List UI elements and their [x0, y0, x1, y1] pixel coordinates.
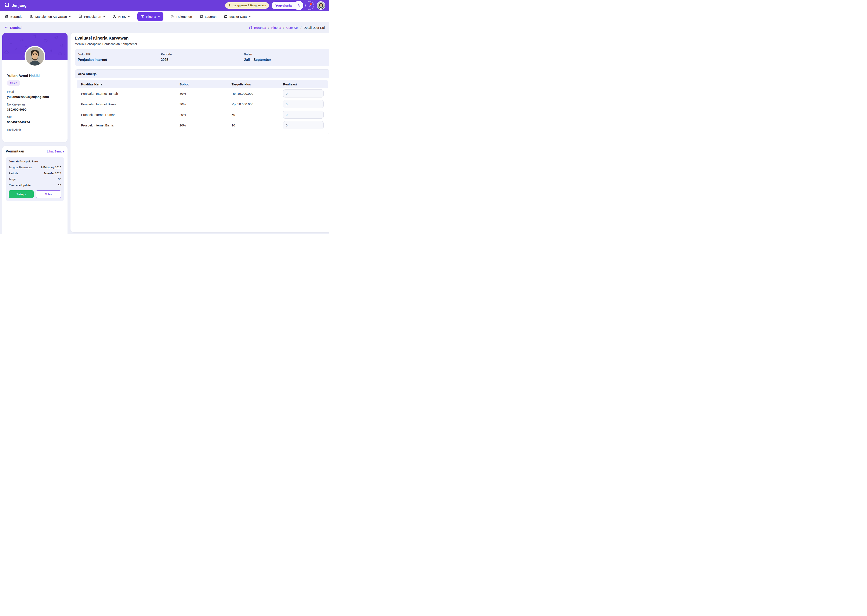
final-result-label: Hasil Akhir [7, 128, 63, 132]
folder-icon [224, 14, 228, 19]
requests-title: Permintaan [6, 149, 24, 153]
location-label: Yogyakarta [275, 4, 292, 7]
request-item: Jumlah Prospek Baru Tanggal Permintaan 9… [6, 157, 64, 201]
table-header: Kualitas Kerja Bobot Target/siklus Reali… [77, 80, 328, 88]
request-row: Periode Jan–Mar 2024 [9, 172, 61, 175]
category-icon [5, 14, 9, 19]
user-avatar[interactable] [317, 1, 325, 10]
realization-input[interactable] [283, 121, 324, 129]
table-row: Prospek Internet Bisnis 20% 10 [77, 120, 328, 130]
col-target: Target/siklus [232, 82, 283, 86]
person-search-icon [170, 14, 175, 19]
final-result-value: – [7, 133, 63, 137]
top-bar: Jenjang Langganan & Penggunaan Yogyakart… [0, 0, 329, 11]
breadcrumb-separator: / [301, 26, 301, 29]
notifications-button[interactable] [306, 1, 314, 10]
employee-no-value: 330.000.9090 [7, 108, 63, 111]
person-scan-icon [113, 14, 117, 19]
back-button[interactable]: Kembali [5, 25, 22, 30]
approve-button[interactable]: Setujui [9, 190, 34, 198]
reject-button[interactable]: Tolak [36, 190, 61, 198]
nav-item-hris[interactable]: HRIS [113, 14, 130, 19]
breadcrumb-item-current: Detail User Kpi [304, 26, 325, 29]
report-icon [199, 14, 203, 19]
email-label: Email [7, 90, 63, 93]
breadcrumb: Beranda / Kinerja / User Kpi / Detail Us… [249, 25, 325, 30]
nav-item-rekrutmen[interactable]: Rekrutmen [170, 14, 192, 19]
kpi-title-value: Penjualan Internet [78, 58, 161, 62]
employee-card-icon [30, 14, 34, 19]
lightning-icon [228, 3, 231, 8]
subscription-label: Langganan & Penggunaan [233, 4, 266, 7]
main-navigation: Beranda Manajemen Karyawan [0, 11, 329, 22]
table-row: Penjualan Internet Rumah 30% Rp. 10.000.… [77, 88, 328, 99]
request-row: Realisasi Update 10 [9, 184, 61, 187]
role-badge: Sales [7, 80, 20, 86]
breadcrumb-separator: / [283, 26, 284, 29]
brand-name: Jenjang [12, 3, 27, 8]
breadcrumb-item-kinerja[interactable]: Kinerja [271, 26, 281, 29]
breadcrumb-item-user-kpi[interactable]: User Kpi [286, 26, 298, 29]
category-icon [249, 25, 252, 30]
nik-label: NIK [7, 115, 63, 119]
col-weight: Bobot [180, 82, 232, 86]
page: Jenjang Langganan & Penggunaan Yogyakart… [0, 0, 329, 234]
location-selector[interactable]: Yogyakarta [272, 2, 303, 9]
subscription-pill[interactable]: Langganan & Penggunaan [225, 2, 269, 9]
kpi-info-strip: Judul KPI Penjualan Internet Periode 202… [75, 49, 329, 66]
chevron-down-icon [249, 15, 251, 19]
chevron-down-icon [158, 15, 160, 19]
document-icon [78, 14, 82, 19]
col-activity: Kualitas Kerja [81, 82, 180, 86]
email-value: yuliantazzz09@jenjang.com [7, 95, 63, 99]
period-label: Periode [161, 52, 244, 56]
employee-profile-card: Yulian Aznal Hakiki Sales Email yulianta… [2, 33, 68, 142]
chevron-down-icon [69, 15, 71, 19]
chevron-down-icon [128, 15, 130, 19]
employee-name: Yulian Aznal Hakiki [7, 74, 63, 78]
notification-dot [310, 3, 312, 5]
requests-card: Permintaan Lihat Semua Jumlah Prospek Ba… [2, 146, 68, 234]
chevron-down-icon [103, 15, 106, 19]
nav-item-laporan[interactable]: Laporan [199, 14, 216, 19]
jenjang-logo-icon [4, 2, 10, 9]
realization-input[interactable] [283, 100, 324, 108]
table-row: Prospek Internet Rumah 20% 50 [77, 109, 328, 120]
table-row: Penjualan Internet Bisnis 30% Rp. 50.000… [77, 99, 328, 109]
breadcrumb-separator: / [268, 26, 269, 29]
realization-input[interactable] [283, 90, 324, 97]
kpi-title-label: Judul KPI [78, 52, 161, 56]
evaluation-card: Evaluasi Kinerja Karyawan Menilai Pencap… [71, 33, 329, 233]
nav-item-master-data[interactable]: Master Data [224, 14, 251, 19]
month-label: Bulan [244, 52, 327, 56]
period-value: 2025 [161, 58, 244, 62]
request-item-title: Jumlah Prospek Baru [9, 160, 61, 163]
back-arrow-icon [5, 25, 8, 30]
profile-photo [25, 46, 45, 67]
brand[interactable]: Jenjang [4, 2, 27, 9]
col-realization: Realisasi [283, 82, 324, 86]
nik-value: 9384923048234 [7, 120, 63, 124]
nav-item-beranda[interactable]: Beranda [5, 14, 22, 19]
realization-input[interactable] [283, 111, 324, 119]
page-title: Evaluasi Kinerja Karyawan [75, 36, 329, 41]
view-all-link[interactable]: Lihat Semua [47, 150, 64, 153]
request-row: Target 30 [9, 178, 61, 181]
breadcrumb-row: Kembali Beranda / Kinerja / User Kpi / D… [0, 22, 329, 33]
page-subtitle: Menilai Pencapaian Berdasarkan Kompetens… [75, 42, 329, 46]
breadcrumb-item-beranda[interactable]: Beranda [249, 25, 266, 30]
performance-icon [140, 14, 145, 19]
nav-item-manajemen-karyawan[interactable]: Manajemen Karyawan [30, 14, 71, 19]
performance-area-section: Area Kinerja Kualitas Kerja Bobot Target… [75, 69, 329, 134]
nav-item-kinerja[interactable]: Kinerja [137, 12, 164, 21]
employee-no-label: No Karyawan [7, 103, 63, 106]
building-icon [294, 1, 303, 10]
nav-item-pengukuran[interactable]: Pengukuran [78, 14, 106, 19]
request-row: Tanggal Permintaan 9 February 2025 [9, 166, 61, 169]
month-value: Juli – September [244, 58, 327, 62]
performance-area-title: Area Kinerja [75, 69, 329, 78]
